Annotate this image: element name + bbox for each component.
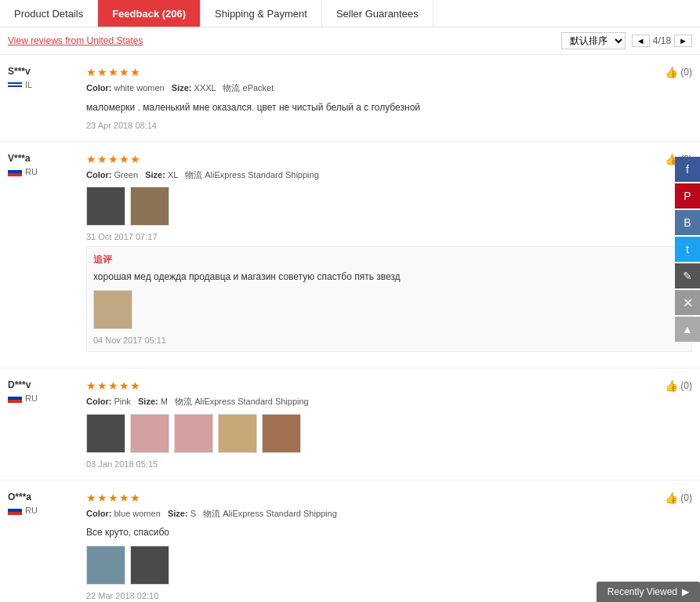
review-item: S***v IL ★ ★ ★ ★ ★ Color: white women Si… [0, 55, 700, 142]
review-image[interactable] [130, 546, 169, 585]
reviewer-name: D***v [8, 379, 78, 390]
page-navigation: ◄ 4/18 ► [632, 34, 692, 47]
star-rating: ★ ★ ★ ★ ★ [86, 66, 692, 78]
review-date: 23 Apr 2018 08:14 [86, 121, 692, 130]
sort-controls: 默认排序 ◄ 4/18 ► [561, 32, 692, 49]
sort-bar: View reviews from United States 默认排序 ◄ 4… [0, 27, 700, 55]
reply-text: хорошая мед одежда продавца и магазин со… [93, 270, 685, 284]
review-date: 03 Jan 2018 05:15 [86, 459, 692, 469]
like-count: (0) [680, 67, 692, 78]
social-sidebar: f P В t ✎ ✕ ▲ [675, 157, 700, 342]
reviewer-name: O***a [8, 491, 78, 502]
pinterest-button[interactable]: P [675, 183, 700, 209]
review-image[interactable] [130, 187, 169, 226]
like-icon: 👍 [665, 491, 678, 504]
like-count: (0) [680, 380, 692, 391]
close-button[interactable]: ✕ [675, 290, 700, 315]
flag-icon [8, 80, 22, 89]
reply-header: 追评 [93, 253, 685, 267]
page-info: 4/18 [653, 35, 671, 46]
prev-page-button[interactable]: ◄ [632, 34, 650, 47]
reviewer-name: S***v [8, 66, 78, 77]
review-meta: Color: Pink Size: M 物流 AliExpress Standa… [86, 395, 692, 409]
navigation-tabs: Product Details Feedback (206) Shipping … [0, 0, 700, 27]
tab-feedback[interactable]: Feedback (206) [98, 0, 201, 27]
like-icon: 👍 [665, 379, 678, 392]
flag-icon [8, 506, 22, 515]
sort-dropdown[interactable]: 默认排序 [561, 32, 626, 49]
review-images [86, 546, 692, 585]
review-item: D***v RU ★ ★ ★ ★ ★ Color: Pink Size: M 物… [0, 368, 700, 481]
review-image[interactable] [130, 414, 169, 453]
review-item: O***a RU ★ ★ ★ ★ ★ Color: blue women Siz… [0, 481, 700, 602]
review-content: ★ ★ ★ ★ ★ Color: Green Size: XL 物流 AliEx… [78, 153, 692, 357]
like-button[interactable]: 👍 (0) [665, 66, 692, 78]
reviewer-flag: RU [8, 167, 78, 176]
recently-viewed-label: Recently Viewed [608, 586, 677, 597]
flag-icon [8, 167, 22, 176]
seller-reply: 追评 хорошая мед одежда продавца и магазин… [86, 246, 692, 352]
tab-seller-guarantees[interactable]: Seller Guarantees [322, 0, 433, 27]
reviewer-info: V***a RU [8, 153, 78, 357]
vk-button[interactable]: В [675, 210, 700, 235]
review-content: ★ ★ ★ ★ ★ Color: white women Size: XXXL … [78, 66, 692, 130]
review-image[interactable] [218, 414, 257, 453]
edit-icon: ✎ [683, 270, 692, 282]
reviewer-country: RU [25, 393, 38, 403]
tab-product-details[interactable]: Product Details [0, 0, 98, 27]
reply-date: 04 Nov 2017 05:11 [93, 335, 685, 345]
reviewer-country: IL [25, 80, 32, 89]
scroll-up-button[interactable]: ▲ [675, 317, 700, 342]
review-meta: Color: blue women Size: S 物流 AliExpress … [86, 507, 692, 521]
review-images [86, 414, 692, 453]
vk-icon: В [684, 216, 691, 229]
flag-icon [8, 393, 22, 403]
review-image[interactable] [174, 414, 213, 453]
pinterest-icon: P [684, 190, 691, 202]
reply-images [93, 290, 685, 329]
like-icon: 👍 [665, 66, 678, 78]
twitter-icon: t [686, 243, 689, 256]
next-page-button[interactable]: ► [674, 34, 692, 47]
view-reviews-link[interactable]: View reviews from United States [8, 35, 143, 46]
review-images [86, 187, 692, 226]
edit-button[interactable]: ✎ [675, 263, 700, 288]
reviewer-info: S***v IL [8, 66, 78, 130]
review-item: V***a RU ★ ★ ★ ★ ★ Color: Green Size: XL… [0, 142, 700, 369]
reviewer-flag: IL [8, 80, 78, 89]
reviews-container: S***v IL ★ ★ ★ ★ ★ Color: white women Si… [0, 55, 700, 602]
facebook-button[interactable]: f [675, 157, 700, 182]
reply-image[interactable] [93, 290, 132, 329]
like-count: (0) [680, 492, 692, 503]
review-text: маломерки . маленький мне оказался. цвет… [86, 100, 692, 114]
like-button[interactable]: 👍 (0) [665, 379, 692, 392]
reviewer-country: RU [25, 167, 38, 176]
review-content: ★ ★ ★ ★ ★ Color: Pink Size: M 物流 AliExpr… [78, 379, 692, 469]
reviewer-info: O***a RU [8, 491, 78, 601]
review-image[interactable] [86, 546, 125, 585]
review-image[interactable] [86, 187, 125, 226]
star-rating: ★ ★ ★ ★ ★ [86, 491, 692, 504]
reviewer-country: RU [25, 506, 38, 515]
facebook-icon: f [686, 163, 689, 176]
twitter-button[interactable]: t [675, 237, 700, 262]
review-image[interactable] [86, 414, 125, 453]
review-meta: Color: white women Size: XXXL 物流 ePacket [86, 82, 692, 96]
star-rating: ★ ★ ★ ★ ★ [86, 153, 692, 165]
close-icon: ✕ [683, 296, 693, 310]
review-text: Все круто, спасибо [86, 525, 692, 539]
reviewer-flag: RU [8, 393, 78, 403]
review-meta: Color: Green Size: XL 物流 AliExpress Stan… [86, 169, 692, 183]
recently-viewed-bar[interactable]: Recently Viewed ▶ [597, 582, 700, 602]
reviewer-name: V***a [8, 153, 78, 164]
reviewer-flag: RU [8, 506, 78, 515]
review-date: 31 Oct 2017 07:17 [86, 232, 692, 241]
like-button[interactable]: 👍 (0) [665, 491, 692, 504]
recently-viewed-icon: ▶ [682, 586, 689, 597]
tab-shipping[interactable]: Shipping & Payment [201, 0, 322, 27]
star-rating: ★ ★ ★ ★ ★ [86, 379, 692, 392]
up-arrow-icon: ▲ [682, 323, 693, 335]
review-image[interactable] [262, 414, 301, 453]
reviewer-info: D***v RU [8, 379, 78, 469]
